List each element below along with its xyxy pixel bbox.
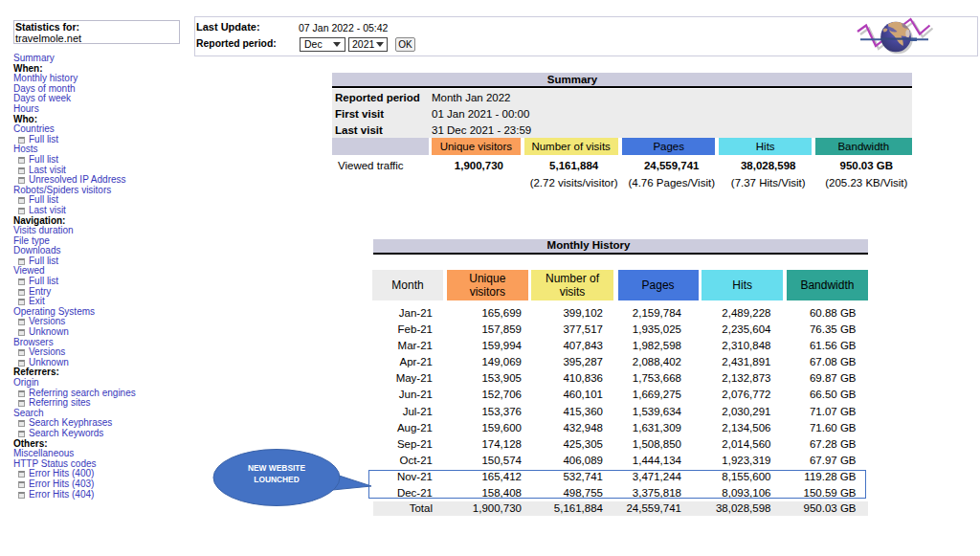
svg-text:NEW WEBSITE: NEW WEBSITE [248,463,305,473]
svg-text:LOUNCHED: LOUNCHED [254,475,299,484]
